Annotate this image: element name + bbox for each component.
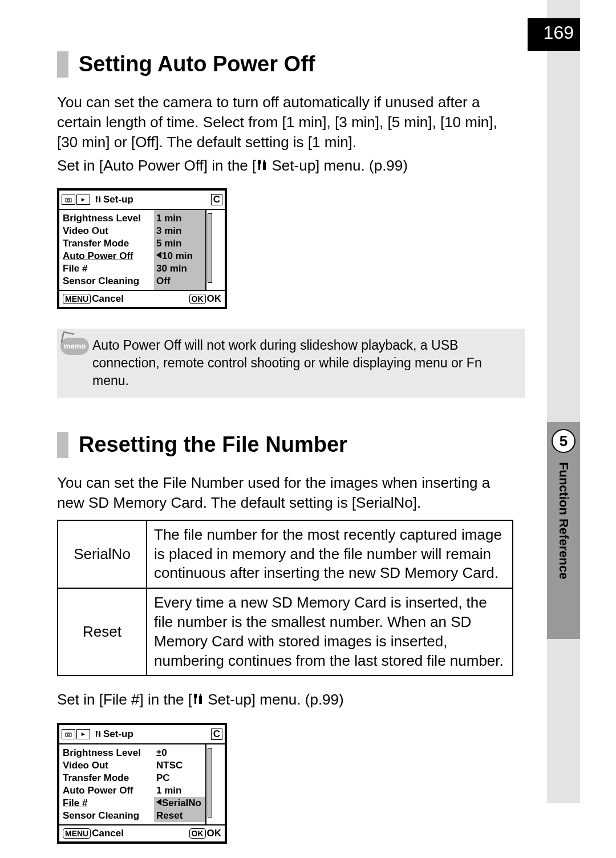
menu-item-selected: File # — [63, 797, 154, 810]
menu-item: Sensor Cleaning — [63, 275, 154, 288]
section-heading-file-number: Resetting the File Number — [57, 432, 513, 458]
svg-rect-19 — [99, 731, 100, 732]
lcd-tab-bar: ▸ Set-up C — [59, 725, 225, 744]
svg-point-15 — [67, 734, 70, 736]
ok-button-icon: OK — [189, 828, 206, 839]
svg-rect-17 — [99, 732, 100, 736]
menu-value: Off — [154, 275, 205, 288]
setup-tool-icon — [95, 730, 102, 738]
scrollbar — [205, 744, 213, 824]
setup-tool-icon — [256, 159, 268, 172]
setup-tool-icon — [95, 196, 102, 204]
setup-tool-icon — [192, 693, 204, 706]
page-number: 169 — [528, 18, 580, 51]
chapter-tab: 5 Function Reference — [547, 422, 580, 639]
svg-rect-13 — [200, 694, 201, 696]
cancel-label: Cancel — [92, 828, 124, 839]
value-text: 10 min — [162, 250, 193, 261]
cancel-label: Cancel — [92, 293, 124, 304]
body-text: Set in [Auto Power Off] in the [ Set-up]… — [57, 156, 513, 176]
lcd-menu-values: 1 min 3 min 5 min 10 min 30 min Off — [154, 210, 205, 290]
menu-value: 1 min — [154, 212, 205, 225]
menu-value: 30 min — [154, 262, 205, 275]
svg-rect-3 — [264, 160, 265, 162]
body-text: You can set the File Number used for the… — [57, 473, 513, 513]
term-cell: Reset — [58, 588, 147, 675]
svg-rect-9 — [99, 196, 100, 197]
setup-menu-screenshot-2: ▸ Set-up C Brightness Level Video Out Tr… — [57, 723, 227, 844]
menu-value: 5 min — [154, 237, 205, 250]
lcd-footer: MENUCancel OKOK — [59, 290, 225, 307]
playback-icon: ▸ — [76, 195, 90, 205]
memo-label: memo — [60, 338, 89, 355]
menu-item: Transfer Mode — [63, 237, 154, 250]
chapter-label: Function Reference — [556, 459, 571, 579]
side-background-strip — [547, 0, 580, 803]
svg-rect-0 — [258, 160, 261, 164]
menu-value-selected: SerialNo — [154, 797, 205, 810]
body-text: Set in [File #] in the [ Set-up] menu. (… — [57, 690, 513, 710]
custom-tab-icon: C — [211, 194, 222, 205]
menu-item: Sensor Cleaning — [63, 810, 154, 822]
menu-value: 1 min — [154, 784, 205, 797]
ok-label: OK — [207, 293, 222, 304]
text-fragment: Set in [File #] in the [ — [57, 691, 192, 708]
menu-button-icon: MENU — [63, 828, 91, 839]
menu-value: PC — [154, 772, 205, 784]
svg-rect-11 — [199, 696, 202, 704]
desc-cell: The file number for the most recently ca… — [147, 520, 513, 588]
ok-label: OK — [207, 828, 222, 839]
menu-item: Video Out — [63, 759, 154, 772]
table-row: Reset Every time a new SD Memory Card is… — [58, 588, 513, 675]
menu-button-icon: MENU — [63, 294, 91, 304]
menu-value: NTSC — [154, 759, 205, 772]
svg-rect-12 — [194, 698, 196, 704]
text-fragment: Set-up] menu. (p.99) — [204, 691, 344, 708]
desc-cell: Every time a new SD Memory Card is inser… — [147, 588, 513, 675]
section-heading-auto-power-off: Setting Auto Power Off — [57, 51, 513, 78]
svg-rect-16 — [96, 731, 98, 734]
menu-item-selected: Auto Power Off — [63, 250, 154, 262]
memo-icon: memo — [57, 337, 92, 390]
lcd-tab-title: Set-up — [103, 729, 133, 740]
svg-rect-8 — [96, 199, 98, 203]
lcd-menu-labels: Brightness Level Video Out Transfer Mode… — [59, 744, 154, 824]
menu-item: Brightness Level — [63, 212, 154, 225]
camera-icon — [62, 729, 75, 739]
ok-button-icon: OK — [189, 294, 206, 304]
lcd-tab-bar: ▸ Set-up C — [59, 191, 225, 210]
left-arrow-icon — [156, 799, 161, 806]
lcd-menu-labels: Brightness Level Video Out Transfer Mode… — [59, 210, 154, 290]
file-number-table: SerialNo The file number for the most re… — [57, 520, 513, 677]
memo-note: memo Auto Power Off will not work during… — [57, 329, 525, 398]
text-fragment: Set-up] menu. (p.99) — [268, 157, 408, 174]
value-text: SerialNo — [162, 798, 201, 808]
custom-tab-icon: C — [211, 729, 222, 740]
svg-rect-2 — [258, 164, 260, 170]
camera-icon — [62, 195, 75, 205]
left-arrow-icon — [156, 252, 161, 258]
svg-rect-6 — [96, 196, 98, 199]
lcd-menu-values: ±0 NTSC PC 1 min SerialNo Reset — [154, 744, 205, 824]
table-row: SerialNo The file number for the most re… — [58, 520, 513, 588]
chapter-number: 5 — [552, 429, 576, 453]
svg-rect-18 — [96, 733, 98, 736]
menu-item: Auto Power Off — [63, 784, 154, 797]
menu-value: Reset — [154, 810, 205, 822]
menu-value: ±0 — [154, 747, 205, 759]
svg-rect-7 — [99, 197, 100, 202]
svg-point-5 — [67, 199, 70, 201]
memo-text: Auto Power Off will not work during slid… — [92, 337, 519, 390]
menu-value-selected: 10 min — [154, 250, 205, 262]
playback-icon: ▸ — [76, 729, 90, 739]
setup-menu-screenshot-1: ▸ Set-up C Brightness Level Video Out Tr… — [57, 188, 227, 309]
scrollbar — [205, 210, 213, 290]
svg-rect-1 — [263, 162, 266, 170]
svg-rect-10 — [194, 694, 197, 698]
menu-item: Transfer Mode — [63, 772, 154, 784]
lcd-tab-title: Set-up — [103, 194, 133, 205]
text-fragment: Set in [Auto Power Off] in the [ — [57, 157, 256, 174]
body-text: You can set the camera to turn off autom… — [57, 92, 513, 152]
menu-item: Video Out — [63, 225, 154, 237]
lcd-footer: MENUCancel OKOK — [59, 824, 225, 841]
